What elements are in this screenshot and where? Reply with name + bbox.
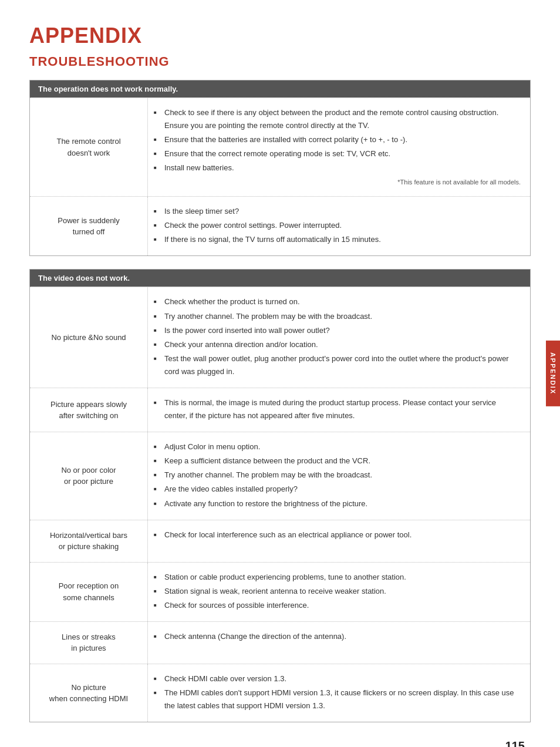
list-item: If there is no signal, the TV turns off … [154,233,521,246]
row-content: Station or cable product experiencing pr… [147,563,530,621]
list-item: Keep a sufficient distance between the p… [154,455,521,467]
list-item: Check antenna (Change the direction of t… [154,630,521,643]
footnote: *This feature is not available for all m… [154,177,521,188]
table-video-header: The video does not work. [30,270,530,287]
list-item: Check for local interference such as an … [154,529,521,541]
table-row: Horizontal/vertical barsor picture shaki… [30,520,530,562]
row-content: Check whether the product is turned on.T… [147,287,530,388]
list-item: Try another channel. The problem may be … [154,469,521,482]
row-label: The remote controldoesn't work [30,98,147,196]
row-content: Check for local interference such as an … [147,520,530,562]
table-row: The remote controldoesn't workCheck to s… [30,97,530,196]
row-content: This is normal, the image is muted durin… [147,388,530,432]
list-item: Check HDMI cable over version 1.3. [154,672,521,685]
row-label: Poor reception onsome channels [30,563,147,621]
row-label: Horizontal/vertical barsor picture shaki… [30,520,147,562]
side-label: APPENDIX [546,341,560,406]
list-item: Station signal is weak, reorient antenna… [154,585,521,598]
table-row: Picture appears slowlyafter switching on… [30,388,530,432]
list-item: Install new batteries. [154,161,521,174]
row-label: Picture appears slowlyafter switching on [30,388,147,432]
list-item: Is the sleep timer set? [154,205,521,218]
tables-container: The operation does not work normally.The… [29,80,531,722]
table-row: Poor reception onsome channelsStation or… [30,562,530,621]
list-item: Try another channel. The problem may be … [154,310,521,323]
list-item: Check whether the product is turned on. [154,295,521,308]
table-row: No picture &No soundCheck whether the pr… [30,287,530,388]
row-label: Lines or streaksin pictures [30,622,147,664]
list-item: Activate any function to restore the bri… [154,497,521,510]
table-row: Power is suddenlyturned offIs the sleep … [30,196,530,255]
row-content: Check antenna (Change the direction of t… [147,622,530,664]
row-label: No picture &No sound [30,287,147,388]
table-operation-header: The operation does not work normally. [30,80,530,97]
row-content: Check to see if there is any object betw… [147,98,530,196]
list-item: This is normal, the image is muted durin… [154,396,521,422]
list-item: Adjust Color in menu option. [154,440,521,453]
list-item: Check the power control settings. Power … [154,219,521,232]
row-content: Is the sleep timer set?Check the power c… [147,197,530,255]
list-item: Check for sources of possible interferen… [154,599,521,612]
page-title: APPENDIX [29,23,531,48]
list-item: Check to see if there is any object betw… [154,106,521,132]
table-row: No picturewhen connecting HDMICheck HDMI… [30,664,530,722]
row-label: No or poor coloror poor picture [30,432,147,519]
row-label: Power is suddenlyturned off [30,197,147,255]
list-item: Station or cable product experiencing pr… [154,571,521,584]
list-item: Ensure that the batteries are installed … [154,133,521,146]
table-operation: The operation does not work normally.The… [29,80,531,256]
row-content: Check HDMI cable over version 1.3.The HD… [147,664,530,722]
row-content: Adjust Color in menu option.Keep a suffi… [147,432,530,519]
list-item: Test the wall power outlet, plug another… [154,352,521,378]
row-label: No picturewhen connecting HDMI [30,664,147,722]
page-number: 115 [505,739,525,747]
list-item: The HDMI cables don't support HDMI versi… [154,687,521,712]
section-title: TROUBLESHOOTING [29,54,531,69]
table-row: No or poor coloror poor pictureAdjust Co… [30,432,530,519]
list-item: Ensure that the correct remote operating… [154,147,521,160]
table-row: Lines or streaksin picturesCheck antenna… [30,621,530,664]
list-item: Check your antenna direction and/or loca… [154,338,521,351]
list-item: Are the video cables installed properly? [154,483,521,496]
table-video: The video does not work.No picture &No s… [29,269,531,722]
list-item: Is the power cord inserted into wall pow… [154,324,521,337]
